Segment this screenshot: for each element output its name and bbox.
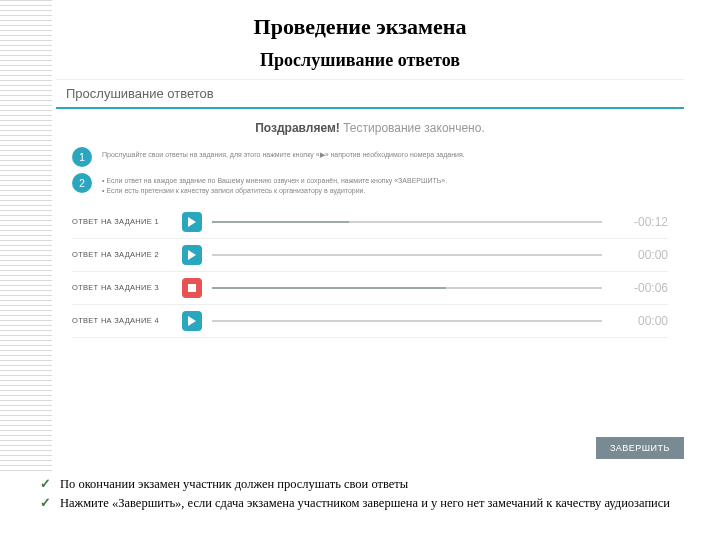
time-remaining: -00:12	[614, 215, 668, 229]
bullet-item: ✓ По окончании экзамен участник должен п…	[40, 476, 684, 493]
play-button[interactable]	[182, 311, 202, 331]
play-icon	[188, 316, 196, 326]
slide-title: Проведение экзамена	[0, 0, 720, 40]
time-remaining: -00:06	[614, 281, 668, 295]
play-icon	[188, 250, 196, 260]
check-icon: ✓	[40, 495, 54, 512]
svg-marker-0	[188, 217, 196, 227]
step-text: Прослушайте свои ответы на задания, для …	[102, 147, 465, 160]
answers-list: ОТВЕТ НА ЗАДАНИЕ 1 -00:12 ОТВЕТ НА ЗАДАН…	[72, 206, 668, 338]
finish-button[interactable]: ЗАВЕРШИТЬ	[596, 437, 684, 459]
check-icon: ✓	[40, 476, 54, 493]
answer-row: ОТВЕТ НА ЗАДАНИЕ 4 00:00	[72, 305, 668, 338]
svg-rect-2	[188, 284, 196, 292]
instruction-row: 1 Прослушайте свои ответы на задания, дл…	[72, 147, 668, 167]
footer-bullets: ✓ По окончании экзамен участник должен п…	[40, 476, 684, 514]
stop-icon	[188, 284, 196, 292]
answer-row: ОТВЕТ НА ЗАДАНИЕ 1 -00:12	[72, 206, 668, 239]
congrats-rest: Тестирование закончено.	[343, 121, 485, 135]
answer-label: ОТВЕТ НА ЗАДАНИЕ 1	[72, 217, 182, 226]
answer-row: ОТВЕТ НА ЗАДАНИЕ 3 -00:06	[72, 272, 668, 305]
answer-row: ОТВЕТ НА ЗАДАНИЕ 2 00:00	[72, 239, 668, 272]
bullet-item: ✓ Нажмите «Завершить», если сдача экзаме…	[40, 495, 684, 512]
congrats-bold: Поздравляем!	[255, 121, 340, 135]
answer-label: ОТВЕТ НА ЗАДАНИЕ 4	[72, 316, 182, 325]
play-icon	[188, 217, 196, 227]
step-number-badge: 1	[72, 147, 92, 167]
instruction-row: 2 • Если ответ на каждое задание по Ваше…	[72, 173, 668, 196]
answer-label: ОТВЕТ НА ЗАДАНИЕ 2	[72, 250, 182, 259]
stop-button[interactable]	[182, 278, 202, 298]
svg-marker-3	[188, 316, 196, 326]
slide-subtitle: Прослушивание ответов	[0, 50, 720, 71]
congrats-line: Поздравляем! Тестирование закончено.	[56, 109, 684, 143]
step-number-badge: 2	[72, 173, 92, 193]
answer-label: ОТВЕТ НА ЗАДАНИЕ 3	[72, 283, 182, 292]
progress-track[interactable]	[212, 221, 602, 223]
app-header: Прослушивание ответов	[56, 80, 684, 109]
play-button[interactable]	[182, 245, 202, 265]
time-remaining: 00:00	[614, 248, 668, 262]
progress-track[interactable]	[212, 254, 602, 256]
bullet-text: Нажмите «Завершить», если сдача экзамена…	[60, 495, 684, 512]
progress-track[interactable]	[212, 320, 602, 322]
app-window: Прослушивание ответов Поздравляем! Тести…	[56, 79, 684, 459]
step-text: • Если ответ на каждое задание по Вашему…	[102, 173, 447, 196]
play-button[interactable]	[182, 212, 202, 232]
progress-track[interactable]	[212, 287, 602, 289]
instructions: 1 Прослушайте свои ответы на задания, дл…	[72, 147, 668, 196]
bullet-text: По окончании экзамен участник должен про…	[60, 476, 684, 493]
svg-marker-1	[188, 250, 196, 260]
time-remaining: 00:00	[614, 314, 668, 328]
